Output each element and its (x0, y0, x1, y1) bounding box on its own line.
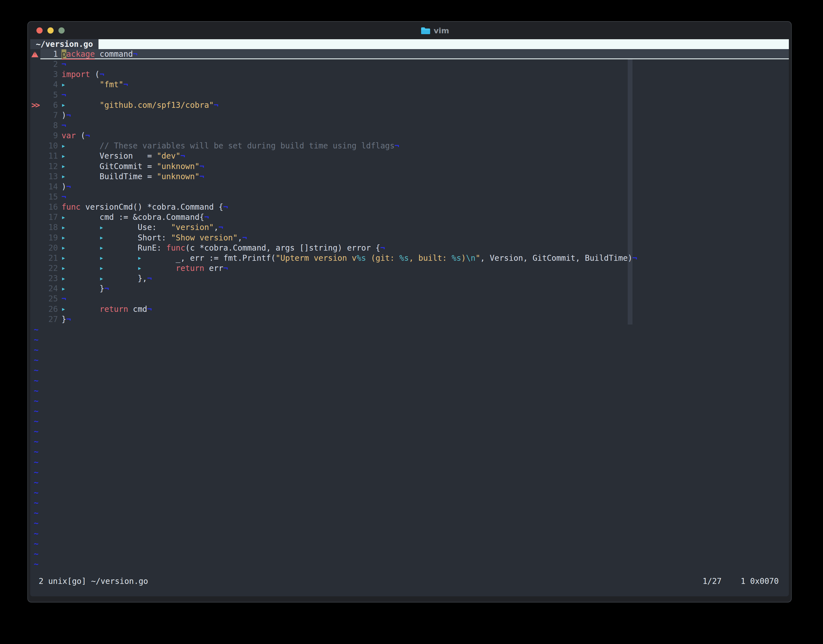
code-line[interactable]: 14)¬ (30, 182, 789, 192)
eol-marker: ¬ (61, 294, 66, 304)
empty-buffer-line: ~ (30, 335, 789, 345)
sign-column (30, 182, 40, 192)
tilde-marker: ~ (30, 325, 39, 335)
tab-marker-icon (61, 253, 100, 263)
empty-buffer-line: ~ (30, 488, 789, 498)
line-number: 26 (40, 304, 58, 314)
line-content: import (¬ (58, 69, 789, 80)
empty-buffer-line: ~ (30, 518, 789, 528)
line-content: Short: "Show version",¬ (58, 233, 789, 243)
tab-marker-icon (61, 264, 100, 273)
code-line[interactable]: 13 BuildTime = "unknown"¬ (30, 172, 789, 182)
tilde-marker: ~ (30, 488, 39, 498)
tilde-marker: ~ (30, 508, 39, 518)
line-content: Version = "dev"¬ (58, 151, 789, 161)
line-number: 14 (40, 182, 58, 192)
eol-marker: ¬ (199, 162, 204, 171)
tab-marker-icon (61, 100, 100, 110)
sign-column (30, 212, 40, 222)
eol-marker: ¬ (395, 141, 399, 150)
tilde-marker: ~ (30, 549, 39, 559)
tilde-marker: ~ (30, 559, 39, 569)
zoom-button[interactable] (58, 28, 64, 34)
eol-marker: ¬ (204, 213, 209, 222)
code-line[interactable]: >>6 "github.com/spf13/cobra"¬ (30, 100, 789, 110)
warning-sign-icon: ! (31, 51, 38, 57)
sign-column (30, 161, 40, 172)
tab-version-go[interactable]: ~/version.go (30, 39, 98, 49)
code-line[interactable]: 22 return err¬ (30, 263, 789, 273)
empty-buffer-line: ~ (30, 559, 789, 569)
line-content: func versionCmd() *cobra.Command {¬ (58, 202, 789, 212)
code-line[interactable]: 10 // These variables will be set during… (30, 141, 789, 151)
code-line[interactable]: 26 return cmd¬ (30, 304, 789, 314)
code-line[interactable]: 23 },¬ (30, 273, 789, 284)
tab-marker-icon (61, 284, 100, 293)
code-line[interactable]: 8¬ (30, 121, 789, 131)
code-line[interactable]: 19 Short: "Show version",¬ (30, 233, 789, 243)
empty-buffer-line: ~ (30, 345, 789, 355)
empty-buffer-line: ~ (30, 396, 789, 406)
code-line[interactable]: 5¬ (30, 90, 789, 100)
code-line[interactable]: 7)¬ (30, 110, 789, 121)
line-number: 12 (40, 161, 58, 172)
code-line[interactable]: 24 }¬ (30, 284, 789, 294)
empty-buffer-line: ~ (30, 477, 789, 488)
sign-column (30, 273, 40, 284)
status-bar: 2 unix[go] ~/version.go 1/27 1 0x0070 (30, 576, 789, 586)
code-line[interactable]: 16func versionCmd() *cobra.Command {¬ (30, 202, 789, 212)
code-line[interactable]: 27}¬ (30, 314, 789, 325)
sign-column (30, 90, 40, 100)
tab-marker-icon (61, 243, 100, 253)
code-line[interactable]: 12 GitCommit = "unknown"¬ (30, 161, 789, 172)
empty-buffer-line: ~ (30, 426, 789, 437)
line-content: "github.com/spf13/cobra"¬ (58, 100, 789, 110)
line-number: 7 (40, 110, 58, 121)
title-bar[interactable]: vim (28, 22, 791, 39)
tab-marker-icon (61, 233, 100, 242)
code-line[interactable]: 4 "fmt"¬ (30, 80, 789, 90)
tilde-marker: ~ (30, 376, 39, 386)
code-line[interactable]: 20 RunE: func(c *cobra.Command, args []s… (30, 243, 789, 253)
eol-marker: ¬ (61, 60, 66, 69)
close-button[interactable] (37, 28, 43, 34)
tilde-marker: ~ (30, 345, 39, 355)
code-line[interactable]: 17 cmd := &cobra.Command{¬ (30, 212, 789, 222)
code-line[interactable]: 2¬ (30, 59, 789, 69)
line-number: 25 (40, 294, 58, 304)
empty-buffer-line: ~ (30, 325, 789, 335)
line-content: _, err := fmt.Printf("Upterm version v%s… (58, 253, 789, 263)
eol-marker: ¬ (66, 182, 71, 191)
line-number: 4 (40, 80, 58, 90)
tab-marker-icon (100, 274, 138, 283)
tab-marker-icon (100, 264, 138, 273)
code-line[interactable]: 3import (¬ (30, 69, 789, 80)
code-line[interactable]: 11 Version = "dev"¬ (30, 151, 789, 161)
status-right: 1/27 1 0x0070 (702, 577, 779, 586)
empty-buffer-line: ~ (30, 376, 789, 386)
code-line[interactable]: !1package command¬ (30, 49, 789, 59)
empty-buffer-line: ~ (30, 529, 789, 539)
code-line[interactable]: 18 Use: "version",¬ (30, 222, 789, 233)
line-content: },¬ (58, 273, 789, 284)
eol-marker: ¬ (104, 284, 109, 293)
tab-marker-icon (61, 151, 100, 161)
line-content: return err¬ (58, 263, 789, 273)
sign-column (30, 294, 40, 304)
line-number: 13 (40, 172, 58, 182)
tilde-marker: ~ (30, 457, 39, 467)
sign-column (30, 172, 40, 182)
minimize-button[interactable] (48, 28, 54, 34)
code-line[interactable]: 9var (¬ (30, 131, 789, 141)
code-line[interactable]: 25¬ (30, 294, 789, 304)
command-line[interactable] (30, 586, 789, 596)
status-left: 2 unix[go] ~/version.go (39, 577, 148, 586)
eol-marker: ¬ (214, 100, 218, 110)
editor-rows: !1package command¬2¬3import (¬4 "fmt"¬5¬… (30, 49, 789, 569)
line-content: "fmt"¬ (58, 80, 789, 90)
code-line[interactable]: 21 _, err := fmt.Printf("Upterm version … (30, 253, 789, 263)
tab-marker-icon (61, 172, 100, 181)
code-line[interactable]: 15¬ (30, 192, 789, 202)
editor-area[interactable]: !1package command¬2¬3import (¬4 "fmt"¬5¬… (30, 49, 789, 576)
line-content: var (¬ (58, 131, 789, 141)
